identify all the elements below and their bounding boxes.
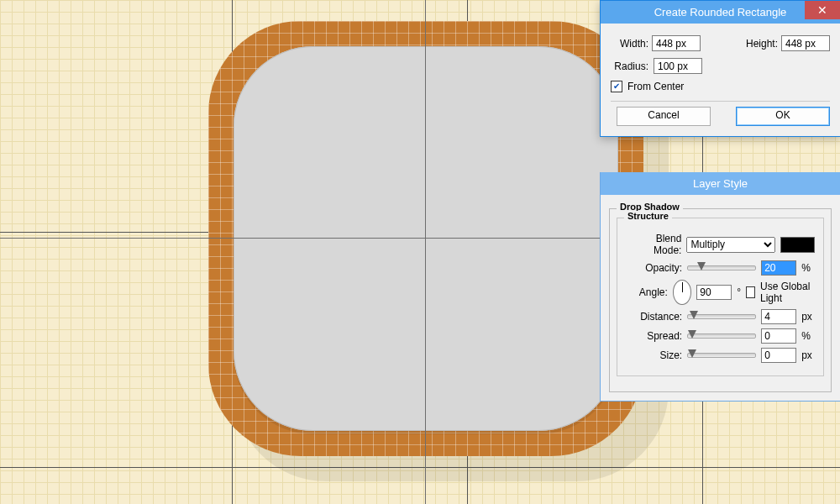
distance-field[interactable] <box>761 309 796 324</box>
blend-mode-label: Blend Mode: <box>626 233 681 256</box>
use-global-light-checkbox[interactable]: ✔ <box>746 286 755 298</box>
from-center-label: From Center <box>627 81 684 92</box>
angle-field[interactable] <box>696 285 732 300</box>
drop-shadow-group: Drop Shadow Structure Blend Mode: Multip… <box>609 208 832 392</box>
create-rounded-rectangle-dialog: Create Rounded Rectangle ✕ Width: Height… <box>600 0 840 137</box>
height-label: Height: <box>740 38 778 50</box>
distance-label: Distance: <box>626 311 682 323</box>
radius-label: Radius: <box>611 60 648 72</box>
spread-label: Spread: <box>626 330 682 342</box>
percent-unit: % <box>801 262 815 274</box>
opacity-label: Opacity: <box>626 262 682 274</box>
ok-button-label: OK <box>775 109 790 121</box>
structure-legend: Structure <box>624 211 672 221</box>
panel-title: Layer Style <box>601 172 840 195</box>
height-field[interactable] <box>781 35 830 51</box>
vertical-guide[interactable] <box>425 0 426 504</box>
blend-mode-select[interactable]: Multiply <box>686 237 775 253</box>
angle-label: Angle: <box>626 286 668 298</box>
px-unit: px <box>801 311 815 323</box>
size-slider[interactable] <box>687 353 756 358</box>
width-label: Width: <box>611 38 648 50</box>
cancel-button-label: Cancel <box>648 109 679 121</box>
px-unit-2: px <box>801 349 815 361</box>
degree-unit: ° <box>737 286 741 298</box>
cancel-button[interactable]: Cancel <box>617 107 711 126</box>
dialog-title: Create Rounded Rectangle ✕ <box>601 1 840 24</box>
opacity-field[interactable] <box>761 260 796 276</box>
width-field[interactable] <box>652 35 701 51</box>
size-label: Size: <box>626 349 682 361</box>
angle-dial[interactable] <box>673 280 692 305</box>
shadow-color-swatch[interactable] <box>780 237 815 253</box>
radius-field[interactable] <box>654 58 702 74</box>
opacity-slider[interactable] <box>687 265 756 270</box>
distance-slider[interactable] <box>687 314 756 319</box>
percent-unit-2: % <box>801 330 815 342</box>
dialog-title-text: Create Rounded Rectangle <box>654 6 787 18</box>
size-field[interactable] <box>761 348 796 363</box>
structure-group: Structure Blend Mode: Multiply Opacity: … <box>617 218 824 376</box>
close-icon[interactable]: ✕ <box>805 1 840 19</box>
spread-field[interactable] <box>761 328 796 344</box>
use-global-light-label: Use Global Light <box>760 281 815 304</box>
ok-button[interactable]: OK <box>736 107 830 126</box>
layer-style-panel: Layer Style Drop Shadow Structure Blend … <box>600 172 840 402</box>
rounded-rect-inner-shape[interactable] <box>234 46 618 431</box>
spread-slider[interactable] <box>687 333 756 339</box>
separator <box>611 101 830 102</box>
from-center-checkbox[interactable]: ✔ <box>611 81 622 92</box>
